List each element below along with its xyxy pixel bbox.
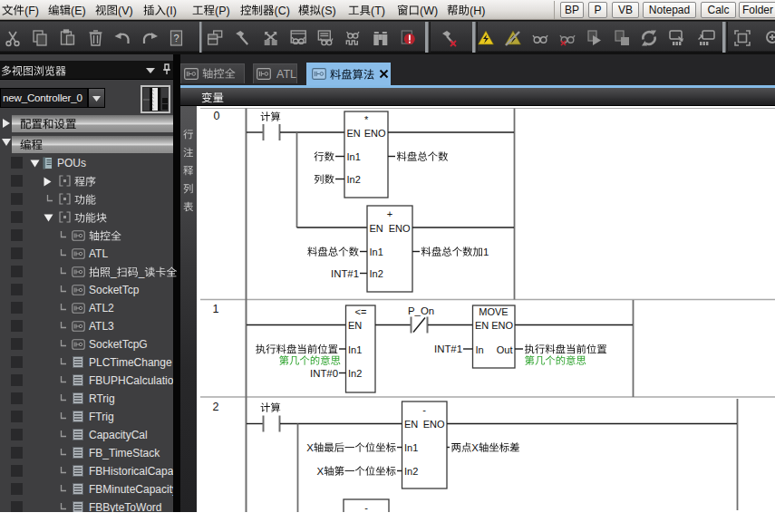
svg-text:P_On: P_On — [408, 305, 434, 316]
svg-text:EN: EN — [475, 320, 489, 331]
svg-text:MOVE: MOVE — [479, 306, 508, 317]
svg-text:INT#1: INT#1 — [434, 343, 462, 354]
svg-text:X: X — [317, 466, 325, 477]
svg-text:In1: In1 — [347, 151, 361, 162]
svg-text:In1: In1 — [370, 247, 383, 257]
svg-text:INT#0: INT#0 — [310, 368, 338, 379]
svg-text:*: * — [364, 114, 369, 125]
svg-text:-: - — [422, 404, 426, 415]
svg-text:1: 1 — [483, 247, 489, 257]
svg-text:-: - — [364, 502, 368, 513]
svg-text:In1: In1 — [348, 344, 362, 355]
svg-text:ENO: ENO — [389, 223, 411, 234]
svg-text:In2: In2 — [347, 174, 361, 185]
svg-text:EN: EN — [348, 320, 362, 331]
svg-text:+: + — [387, 208, 392, 219]
svg-text:ENO: ENO — [491, 320, 513, 331]
svg-text:X: X — [471, 442, 479, 453]
svg-text:<=: <= — [355, 306, 367, 317]
svg-text:ENO: ENO — [364, 128, 386, 139]
svg-text:EN: EN — [347, 128, 361, 139]
svg-text:X: X — [306, 442, 314, 453]
svg-text:EN: EN — [404, 419, 418, 430]
svg-text:2: 2 — [213, 401, 219, 413]
svg-text:Out: Out — [497, 344, 513, 355]
svg-text:1: 1 — [213, 303, 219, 315]
svg-text:EN: EN — [370, 223, 383, 234]
svg-text:In2: In2 — [348, 368, 362, 379]
svg-text:?: ? — [174, 33, 179, 44]
svg-text:In: In — [476, 344, 484, 355]
svg-text:0: 0 — [214, 110, 220, 122]
svg-text:In1: In1 — [404, 442, 418, 453]
svg-text:INT#1: INT#1 — [331, 268, 359, 279]
svg-text:ENO: ENO — [423, 419, 445, 430]
svg-text:In2: In2 — [404, 466, 418, 477]
svg-text:In2: In2 — [370, 268, 383, 279]
